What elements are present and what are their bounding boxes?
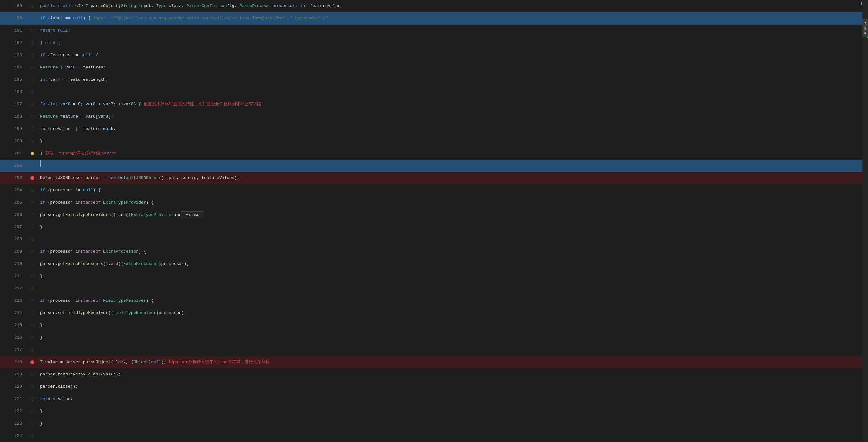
- gutter-dot[interactable]: [31, 275, 34, 278]
- code-line-219: 219 parser.handleResovleTask(value);: [0, 368, 862, 381]
- gutter-cell[interactable]: [26, 91, 39, 94]
- line-number: 200: [0, 135, 26, 147]
- gutter-dot[interactable]: [31, 434, 34, 438]
- gutter-cell[interactable]: [26, 115, 39, 118]
- gutter-cell[interactable]: [26, 189, 39, 192]
- line-number: 193: [0, 49, 26, 61]
- gutter-cell[interactable]: [26, 287, 39, 290]
- code-content: parser.close();: [39, 381, 862, 393]
- gutter-cell[interactable]: [26, 41, 39, 44]
- gutter-cell[interactable]: [26, 140, 39, 143]
- gutter-cell[interactable]: [26, 127, 39, 131]
- code-content: }: [39, 417, 862, 430]
- code-content: if (processor instanceof FieldTypeResolv…: [39, 295, 862, 307]
- gutter-cell[interactable]: [26, 238, 39, 241]
- line-number: 198: [0, 110, 26, 123]
- gutter-cell[interactable]: [26, 434, 39, 438]
- gutter-dot[interactable]: [31, 115, 34, 118]
- gutter-cell[interactable]: [26, 275, 39, 278]
- gutter-dot[interactable]: [31, 226, 34, 229]
- gutter-cell[interactable]: [26, 410, 39, 413]
- gutter-dot[interactable]: [31, 4, 34, 8]
- gutter-cell[interactable]: [26, 103, 39, 106]
- code-line-200: 200 }: [0, 135, 862, 147]
- gutter-dot[interactable]: [31, 299, 34, 302]
- gutter-dot[interactable]: [31, 398, 34, 401]
- gutter-dot[interactable]: [31, 311, 34, 315]
- line-number: 223: [0, 417, 26, 430]
- gutter-cell[interactable]: [26, 176, 39, 180]
- code-content: for(int var8 = 0; var8 < var7; ++var8) {…: [39, 98, 862, 110]
- code-content: }: [39, 135, 862, 147]
- code-content: } 获取一个json的词法分析对象parser: [39, 147, 862, 160]
- gutter-dot[interactable]: [31, 140, 34, 143]
- gutter-dot[interactable]: [31, 373, 34, 376]
- code-line-224: 224: [0, 430, 862, 442]
- gutter-dot[interactable]: [31, 201, 34, 204]
- gutter-cell[interactable]: [26, 250, 39, 253]
- gutter-cell[interactable]: [26, 324, 39, 327]
- gutter-cell[interactable]: [26, 213, 39, 216]
- code-line-210: 210 parser.getExtraProcessors().add((Ext…: [0, 258, 862, 270]
- gutter-cell[interactable]: [26, 29, 39, 32]
- gutter-cell[interactable]: [26, 398, 39, 401]
- gutter-dot[interactable]: [31, 422, 34, 425]
- code-line-199: 199 featureValues |= feature.mask;: [0, 123, 862, 135]
- code-content: } else {: [39, 37, 862, 49]
- line-number: 216: [0, 332, 26, 344]
- gutter-dot[interactable]: [31, 213, 34, 216]
- gutter-cell[interactable]: [26, 78, 39, 81]
- gutter-dot[interactable]: [31, 91, 34, 94]
- gutter-dot[interactable]: [31, 250, 34, 253]
- breakpoint-icon[interactable]: [30, 360, 34, 364]
- gutter-cell[interactable]: [26, 311, 39, 315]
- gutter-cell[interactable]: [26, 54, 39, 57]
- gutter-dot[interactable]: [31, 385, 34, 388]
- gutter-dot[interactable]: [31, 17, 34, 20]
- gutter-cell[interactable]: [26, 226, 39, 229]
- gutter-cell[interactable]: [26, 422, 39, 425]
- gutter-cell[interactable]: [26, 299, 39, 302]
- gutter-dot[interactable]: [31, 262, 34, 266]
- code-content: if (input == null) { input: "{"@type":"c…: [39, 12, 862, 25]
- gutter-dot[interactable]: [31, 103, 34, 106]
- maven-tab[interactable]: Maven: [862, 20, 868, 37]
- gutter-cell[interactable]: [26, 385, 39, 388]
- line-number: 221: [0, 393, 26, 405]
- gutter-cell[interactable]: [26, 360, 39, 364]
- gutter-dot[interactable]: [31, 29, 34, 32]
- gutter-cell[interactable]: [26, 201, 39, 204]
- code-line-213: 213 if (processor instanceof FieldTypeRe…: [0, 295, 862, 307]
- gutter-dot[interactable]: [31, 127, 34, 131]
- gutter-dot[interactable]: [31, 238, 34, 241]
- gutter-cell[interactable]: [26, 373, 39, 376]
- gutter-cell[interactable]: [26, 66, 39, 69]
- line-number: 201: [0, 147, 26, 160]
- code-line-204: 204 if (processor != null) {: [0, 184, 862, 197]
- line-number: 195: [0, 74, 26, 86]
- gutter-dot[interactable]: [31, 287, 34, 290]
- code-line-217: 217: [0, 344, 862, 356]
- gutter-cell[interactable]: [26, 4, 39, 8]
- gutter-dot[interactable]: [31, 54, 34, 57]
- gutter-dot[interactable]: [31, 324, 34, 327]
- gutter-cell[interactable]: [26, 336, 39, 339]
- gutter-dot[interactable]: [31, 78, 34, 81]
- gutter-cell[interactable]: [26, 348, 39, 351]
- line-number: 222: [0, 405, 26, 417]
- gutter-cell[interactable]: [26, 152, 39, 155]
- bookmark-icon[interactable]: [31, 152, 34, 155]
- gutter-cell[interactable]: [26, 17, 39, 20]
- gutter-dot[interactable]: [31, 41, 34, 44]
- breakpoint-icon[interactable]: [30, 176, 34, 180]
- code-line-223: 223 }: [0, 417, 862, 430]
- gutter-cell[interactable]: [26, 262, 39, 266]
- gutter-dot[interactable]: [31, 189, 34, 192]
- gutter-dot[interactable]: [31, 66, 34, 69]
- code-line-193: 193 if (features != null) {: [0, 49, 862, 61]
- gutter-dot[interactable]: [31, 348, 34, 351]
- gutter-dot[interactable]: [31, 336, 34, 339]
- line-number: 194: [0, 61, 26, 74]
- code-line-189: 189 public static <T> T parseObject(Stri…: [0, 0, 862, 12]
- gutter-dot[interactable]: [31, 410, 34, 413]
